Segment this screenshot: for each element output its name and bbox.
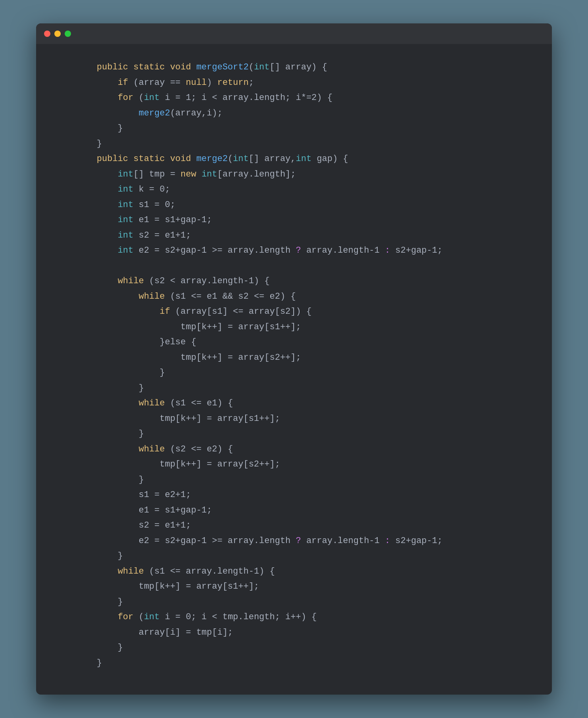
code-line: while (s2 <= e2) {: [76, 442, 528, 457]
code-line: int e2 = s2+gap-1 >= array.length ? arra…: [76, 243, 528, 259]
minimize-button[interactable]: [54, 31, 61, 37]
code-line: }: [76, 365, 528, 381]
code-line: }: [76, 426, 528, 442]
code-line: int e1 = s1+gap-1;: [76, 213, 528, 228]
code-line: int s2 = e1+1;: [76, 228, 528, 244]
code-line: }: [76, 136, 528, 152]
code-line: }: [76, 640, 528, 656]
code-line: if (array == null) return;: [76, 75, 528, 91]
code-line: }: [76, 381, 528, 396]
code-line: int[] tmp = new int[array.length];: [76, 167, 528, 182]
code-line: if (array[s1] <= array[s2]) {: [76, 304, 528, 320]
code-line: for (int i = 0; i < tmp.length; i++) {: [76, 610, 528, 625]
code-line: array[i] = tmp[i];: [76, 625, 528, 641]
code-line: [76, 259, 528, 274]
code-line: e2 = s2+gap-1 >= array.length ? array.le…: [76, 534, 528, 549]
code-window: public static void mergeSort2(int[] arra…: [36, 23, 552, 695]
code-line: int s1 = 0;: [76, 198, 528, 213]
code-line: merge2(array,i);: [76, 106, 528, 121]
code-line: s1 = e2+1;: [76, 488, 528, 503]
code-line: tmp[k++] = array[s1++];: [76, 411, 528, 427]
code-line: e1 = s1+gap-1;: [76, 503, 528, 518]
code-line: tmp[k++] = array[s1++];: [76, 579, 528, 595]
code-line: while (s2 < array.length-1) {: [76, 274, 528, 289]
code-line: }: [76, 549, 528, 564]
code-line: public static void mergeSort2(int[] arra…: [76, 60, 528, 75]
code-editor: public static void mergeSort2(int[] arra…: [36, 44, 552, 695]
titlebar: [36, 23, 552, 44]
code-line: }: [76, 656, 528, 671]
code-line: while (s1 <= array.length-1) {: [76, 564, 528, 580]
code-line: tmp[k++] = array[s1++];: [76, 320, 528, 335]
code-line: }: [76, 595, 528, 610]
code-line: s2 = e1+1;: [76, 518, 528, 534]
close-button[interactable]: [44, 31, 50, 37]
code-line: for (int i = 1; i < array.length; i*=2) …: [76, 90, 528, 106]
code-line: tmp[k++] = array[s2++];: [76, 350, 528, 366]
code-line: int k = 0;: [76, 182, 528, 198]
code-line: public static void merge2(int[] array,in…: [76, 152, 528, 167]
code-line: }: [76, 121, 528, 136]
code-line: }else {: [76, 335, 528, 350]
code-line: while (s1 <= e1) {: [76, 396, 528, 411]
code-line: while (s1 <= e1 && s2 <= e2) {: [76, 289, 528, 305]
code-line: }: [76, 472, 528, 488]
maximize-button[interactable]: [65, 31, 71, 37]
code-line: tmp[k++] = array[s2++];: [76, 457, 528, 472]
